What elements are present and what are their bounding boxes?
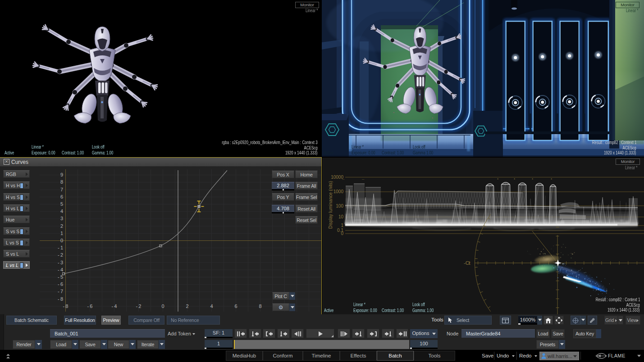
svg-text:0: 0 xyxy=(341,231,343,236)
svg-text:1000: 1000 xyxy=(333,189,344,194)
svg-text:- 2: - 2 xyxy=(58,252,63,258)
svg-text:10: 10 xyxy=(338,214,344,219)
svg-text:- 8: - 8 xyxy=(63,303,69,309)
svg-text:- 5: - 5 xyxy=(58,274,63,280)
svg-text:1: 1 xyxy=(341,223,343,228)
svg-text:6: 6 xyxy=(60,194,63,199)
svg-text:8: 8 xyxy=(259,303,261,309)
svg-text:ˉˉ: ˉˉ xyxy=(342,178,345,182)
svg-text:- 7: - 7 xyxy=(58,289,63,294)
svg-text:- 6: - 6 xyxy=(87,303,93,309)
svg-text:4: 4 xyxy=(60,208,63,214)
svg-text:- 4: - 4 xyxy=(58,267,63,272)
svg-text:100: 100 xyxy=(336,204,343,208)
svg-text:8: 8 xyxy=(60,179,63,185)
svg-text:Display luminance (nits): Display luminance (nits) xyxy=(328,181,333,229)
svg-text:7: 7 xyxy=(60,187,63,192)
svg-text:0: 0 xyxy=(60,238,63,243)
svg-text:-Ct: -Ct xyxy=(464,260,470,266)
svg-text:- 4: - 4 xyxy=(112,303,117,309)
svg-text:- 6: - 6 xyxy=(58,281,63,287)
svg-text:ˉˉ: ˉˉ xyxy=(362,178,365,182)
svg-text:2: 2 xyxy=(60,223,63,229)
svg-text:*: * xyxy=(514,177,515,181)
svg-text:- 1: - 1 xyxy=(58,245,63,250)
svg-text:9: 9 xyxy=(60,172,63,177)
svg-text:0: 0 xyxy=(161,303,164,309)
svg-text:5: 5 xyxy=(60,201,63,207)
svg-text:4: 4 xyxy=(210,303,213,309)
svg-text:- 2: - 2 xyxy=(136,303,142,309)
svg-text:1: 1 xyxy=(60,231,63,236)
svg-text:3: 3 xyxy=(60,216,63,221)
svg-text:2: 2 xyxy=(186,303,188,309)
svg-text:6: 6 xyxy=(234,303,237,309)
svg-text:*: * xyxy=(497,177,498,181)
svg-text:*: * xyxy=(532,177,533,181)
svg-text:*: * xyxy=(551,177,552,181)
svg-text:- 8: - 8 xyxy=(58,296,63,302)
svg-text:- 3: - 3 xyxy=(58,260,63,265)
